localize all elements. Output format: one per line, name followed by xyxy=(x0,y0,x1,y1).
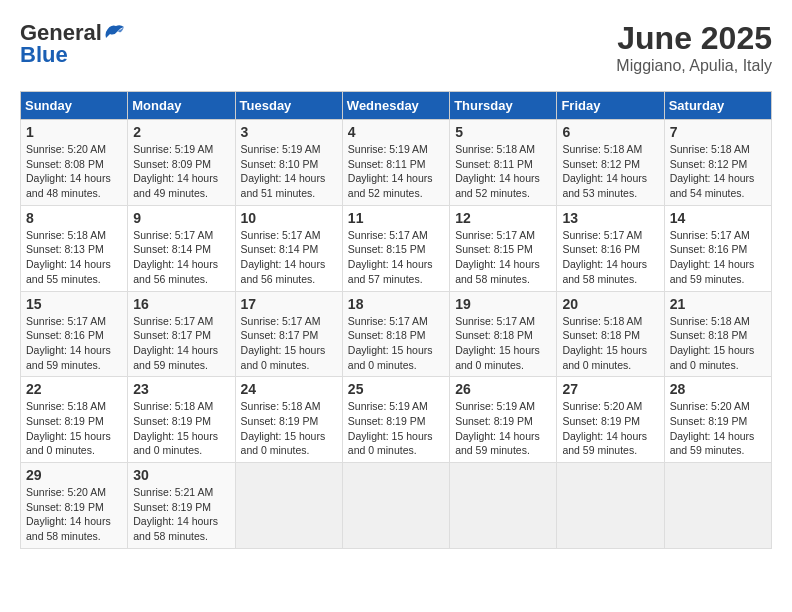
location-subtitle: Miggiano, Apulia, Italy xyxy=(616,57,772,75)
day-info: Sunrise: 5:18 AM Sunset: 8:13 PM Dayligh… xyxy=(26,228,122,287)
day-number: 23 xyxy=(133,381,229,397)
calendar-week-4: 22 Sunrise: 5:18 AM Sunset: 8:19 PM Dayl… xyxy=(21,377,772,463)
day-info: Sunrise: 5:19 AM Sunset: 8:11 PM Dayligh… xyxy=(348,142,444,201)
weekday-header-saturday: Saturday xyxy=(664,92,771,120)
weekday-header-monday: Monday xyxy=(128,92,235,120)
day-number: 18 xyxy=(348,296,444,312)
day-info: Sunrise: 5:20 AM Sunset: 8:19 PM Dayligh… xyxy=(562,399,658,458)
day-info: Sunrise: 5:20 AM Sunset: 8:19 PM Dayligh… xyxy=(670,399,766,458)
calendar-cell: 19 Sunrise: 5:17 AM Sunset: 8:18 PM Dayl… xyxy=(450,291,557,377)
weekday-header-thursday: Thursday xyxy=(450,92,557,120)
day-number: 1 xyxy=(26,124,122,140)
day-number: 22 xyxy=(26,381,122,397)
calendar-cell: 23 Sunrise: 5:18 AM Sunset: 8:19 PM Dayl… xyxy=(128,377,235,463)
calendar-cell: 21 Sunrise: 5:18 AM Sunset: 8:18 PM Dayl… xyxy=(664,291,771,377)
day-number: 19 xyxy=(455,296,551,312)
day-info: Sunrise: 5:17 AM Sunset: 8:14 PM Dayligh… xyxy=(241,228,337,287)
calendar-week-3: 15 Sunrise: 5:17 AM Sunset: 8:16 PM Dayl… xyxy=(21,291,772,377)
day-info: Sunrise: 5:21 AM Sunset: 8:19 PM Dayligh… xyxy=(133,485,229,544)
day-info: Sunrise: 5:17 AM Sunset: 8:14 PM Dayligh… xyxy=(133,228,229,287)
weekday-header-sunday: Sunday xyxy=(21,92,128,120)
day-number: 25 xyxy=(348,381,444,397)
day-info: Sunrise: 5:17 AM Sunset: 8:16 PM Dayligh… xyxy=(670,228,766,287)
calendar-cell: 12 Sunrise: 5:17 AM Sunset: 8:15 PM Dayl… xyxy=(450,205,557,291)
day-info: Sunrise: 5:17 AM Sunset: 8:15 PM Dayligh… xyxy=(348,228,444,287)
calendar-cell xyxy=(450,463,557,549)
weekday-header-wednesday: Wednesday xyxy=(342,92,449,120)
day-number: 21 xyxy=(670,296,766,312)
calendar-cell: 22 Sunrise: 5:18 AM Sunset: 8:19 PM Dayl… xyxy=(21,377,128,463)
calendar-cell: 28 Sunrise: 5:20 AM Sunset: 8:19 PM Dayl… xyxy=(664,377,771,463)
calendar-cell: 14 Sunrise: 5:17 AM Sunset: 8:16 PM Dayl… xyxy=(664,205,771,291)
day-number: 12 xyxy=(455,210,551,226)
day-number: 11 xyxy=(348,210,444,226)
day-info: Sunrise: 5:19 AM Sunset: 8:09 PM Dayligh… xyxy=(133,142,229,201)
weekday-header-friday: Friday xyxy=(557,92,664,120)
day-number: 20 xyxy=(562,296,658,312)
day-number: 15 xyxy=(26,296,122,312)
calendar-cell: 9 Sunrise: 5:17 AM Sunset: 8:14 PM Dayli… xyxy=(128,205,235,291)
day-info: Sunrise: 5:18 AM Sunset: 8:12 PM Dayligh… xyxy=(562,142,658,201)
day-number: 27 xyxy=(562,381,658,397)
day-info: Sunrise: 5:20 AM Sunset: 8:08 PM Dayligh… xyxy=(26,142,122,201)
day-info: Sunrise: 5:17 AM Sunset: 8:15 PM Dayligh… xyxy=(455,228,551,287)
day-info: Sunrise: 5:20 AM Sunset: 8:19 PM Dayligh… xyxy=(26,485,122,544)
day-info: Sunrise: 5:17 AM Sunset: 8:17 PM Dayligh… xyxy=(241,314,337,373)
day-number: 10 xyxy=(241,210,337,226)
day-number: 26 xyxy=(455,381,551,397)
day-info: Sunrise: 5:18 AM Sunset: 8:11 PM Dayligh… xyxy=(455,142,551,201)
calendar-cell: 6 Sunrise: 5:18 AM Sunset: 8:12 PM Dayli… xyxy=(557,120,664,206)
day-number: 30 xyxy=(133,467,229,483)
day-number: 7 xyxy=(670,124,766,140)
calendar-week-2: 8 Sunrise: 5:18 AM Sunset: 8:13 PM Dayli… xyxy=(21,205,772,291)
day-number: 28 xyxy=(670,381,766,397)
calendar-cell xyxy=(557,463,664,549)
day-number: 2 xyxy=(133,124,229,140)
calendar-cell: 29 Sunrise: 5:20 AM Sunset: 8:19 PM Dayl… xyxy=(21,463,128,549)
day-number: 4 xyxy=(348,124,444,140)
day-number: 6 xyxy=(562,124,658,140)
day-number: 29 xyxy=(26,467,122,483)
calendar-cell: 4 Sunrise: 5:19 AM Sunset: 8:11 PM Dayli… xyxy=(342,120,449,206)
title-block: June 2025 Miggiano, Apulia, Italy xyxy=(616,20,772,75)
calendar-cell: 7 Sunrise: 5:18 AM Sunset: 8:12 PM Dayli… xyxy=(664,120,771,206)
calendar-cell: 5 Sunrise: 5:18 AM Sunset: 8:11 PM Dayli… xyxy=(450,120,557,206)
day-info: Sunrise: 5:17 AM Sunset: 8:17 PM Dayligh… xyxy=(133,314,229,373)
calendar-cell xyxy=(235,463,342,549)
calendar-table: SundayMondayTuesdayWednesdayThursdayFrid… xyxy=(20,91,772,549)
day-info: Sunrise: 5:19 AM Sunset: 8:19 PM Dayligh… xyxy=(455,399,551,458)
day-number: 5 xyxy=(455,124,551,140)
day-info: Sunrise: 5:19 AM Sunset: 8:10 PM Dayligh… xyxy=(241,142,337,201)
calendar-cell: 24 Sunrise: 5:18 AM Sunset: 8:19 PM Dayl… xyxy=(235,377,342,463)
calendar-cell: 26 Sunrise: 5:19 AM Sunset: 8:19 PM Dayl… xyxy=(450,377,557,463)
day-number: 14 xyxy=(670,210,766,226)
day-info: Sunrise: 5:17 AM Sunset: 8:16 PM Dayligh… xyxy=(562,228,658,287)
day-info: Sunrise: 5:18 AM Sunset: 8:19 PM Dayligh… xyxy=(241,399,337,458)
day-info: Sunrise: 5:18 AM Sunset: 8:19 PM Dayligh… xyxy=(133,399,229,458)
calendar-header-row: SundayMondayTuesdayWednesdayThursdayFrid… xyxy=(21,92,772,120)
page-header: General Blue June 2025 Miggiano, Apulia,… xyxy=(20,20,772,75)
calendar-cell: 2 Sunrise: 5:19 AM Sunset: 8:09 PM Dayli… xyxy=(128,120,235,206)
day-info: Sunrise: 5:18 AM Sunset: 8:12 PM Dayligh… xyxy=(670,142,766,201)
day-info: Sunrise: 5:19 AM Sunset: 8:19 PM Dayligh… xyxy=(348,399,444,458)
day-number: 3 xyxy=(241,124,337,140)
day-info: Sunrise: 5:18 AM Sunset: 8:18 PM Dayligh… xyxy=(562,314,658,373)
calendar-cell xyxy=(664,463,771,549)
calendar-cell: 17 Sunrise: 5:17 AM Sunset: 8:17 PM Dayl… xyxy=(235,291,342,377)
calendar-cell: 25 Sunrise: 5:19 AM Sunset: 8:19 PM Dayl… xyxy=(342,377,449,463)
day-info: Sunrise: 5:17 AM Sunset: 8:18 PM Dayligh… xyxy=(348,314,444,373)
calendar-cell: 27 Sunrise: 5:20 AM Sunset: 8:19 PM Dayl… xyxy=(557,377,664,463)
calendar-week-1: 1 Sunrise: 5:20 AM Sunset: 8:08 PM Dayli… xyxy=(21,120,772,206)
day-info: Sunrise: 5:17 AM Sunset: 8:18 PM Dayligh… xyxy=(455,314,551,373)
calendar-cell: 10 Sunrise: 5:17 AM Sunset: 8:14 PM Dayl… xyxy=(235,205,342,291)
day-number: 8 xyxy=(26,210,122,226)
calendar-cell: 3 Sunrise: 5:19 AM Sunset: 8:10 PM Dayli… xyxy=(235,120,342,206)
calendar-cell: 16 Sunrise: 5:17 AM Sunset: 8:17 PM Dayl… xyxy=(128,291,235,377)
logo: General Blue xyxy=(20,20,126,68)
calendar-cell: 30 Sunrise: 5:21 AM Sunset: 8:19 PM Dayl… xyxy=(128,463,235,549)
month-title: June 2025 xyxy=(616,20,772,57)
day-info: Sunrise: 5:18 AM Sunset: 8:18 PM Dayligh… xyxy=(670,314,766,373)
calendar-cell: 15 Sunrise: 5:17 AM Sunset: 8:16 PM Dayl… xyxy=(21,291,128,377)
day-number: 13 xyxy=(562,210,658,226)
calendar-cell: 11 Sunrise: 5:17 AM Sunset: 8:15 PM Dayl… xyxy=(342,205,449,291)
